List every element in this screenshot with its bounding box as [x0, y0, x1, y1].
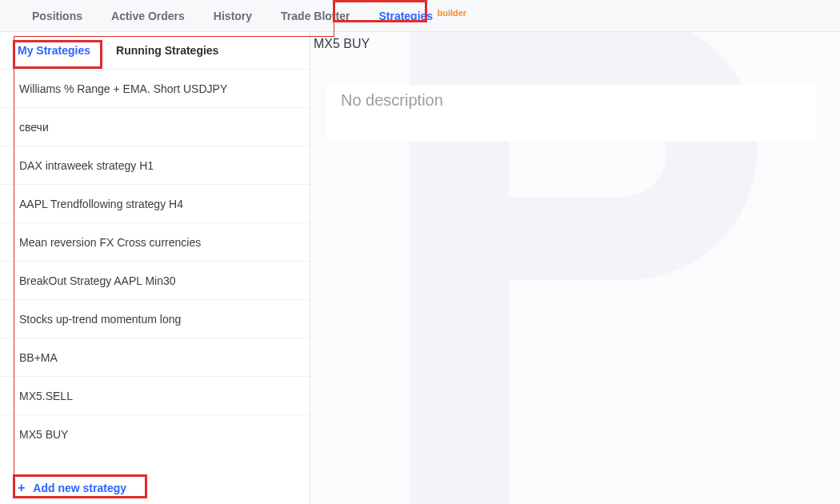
list-item[interactable]: BreakOut Strategy AAPL Min30 [0, 261, 310, 299]
list-item[interactable]: Mean reversion FX Cross currencies [0, 222, 310, 261]
list-item[interactable]: MX5 BUY [0, 414, 310, 453]
add-new-strategy-label: Add new strategy [33, 472, 126, 504]
builder-badge: builder [437, 0, 466, 29]
list-item[interactable]: AAPL Trendfollowing strategy H4 [0, 184, 310, 222]
strategy-detail-pane: MX5 BUY No description [310, 32, 840, 504]
sub-tab-bar: My Strategies Running Strategies [0, 32, 310, 69]
plus-icon: + [18, 482, 25, 494]
tab-active-orders[interactable]: Active Orders [97, 0, 199, 32]
tab-strategies[interactable]: Strategies builder [364, 0, 447, 32]
tab-trade-blotter[interactable]: Trade Blotter [266, 0, 364, 32]
strategies-sidebar: My Strategies Running Strategies William… [0, 32, 310, 504]
sub-tab-running-strategies[interactable]: Running Strategies [103, 32, 231, 69]
strategy-list: Williams % Range + EMA. Short USDJPY све… [0, 69, 310, 472]
list-item[interactable]: MX5.SELL [0, 376, 310, 414]
list-item[interactable]: DAX intraweek strategy H1 [0, 146, 310, 184]
list-item[interactable]: свечи [0, 107, 310, 146]
top-tab-bar: Positions Active Orders History Trade Bl… [0, 0, 840, 32]
list-item[interactable]: BB+MA [0, 338, 310, 376]
sub-tab-my-strategies[interactable]: My Strategies [5, 32, 103, 69]
strategy-description: No description [338, 91, 805, 110]
tab-history[interactable]: History [199, 0, 266, 32]
tab-positions[interactable]: Positions [18, 0, 97, 32]
tab-strategies-label: Strategies [378, 10, 433, 22]
list-item[interactable]: Stocks up-trend momentum long [0, 299, 310, 338]
strategy-description-card: No description [326, 85, 816, 142]
list-item[interactable]: Williams % Range + EMA. Short USDJPY [0, 69, 310, 107]
add-new-strategy-button[interactable]: + Add new strategy [0, 472, 310, 504]
